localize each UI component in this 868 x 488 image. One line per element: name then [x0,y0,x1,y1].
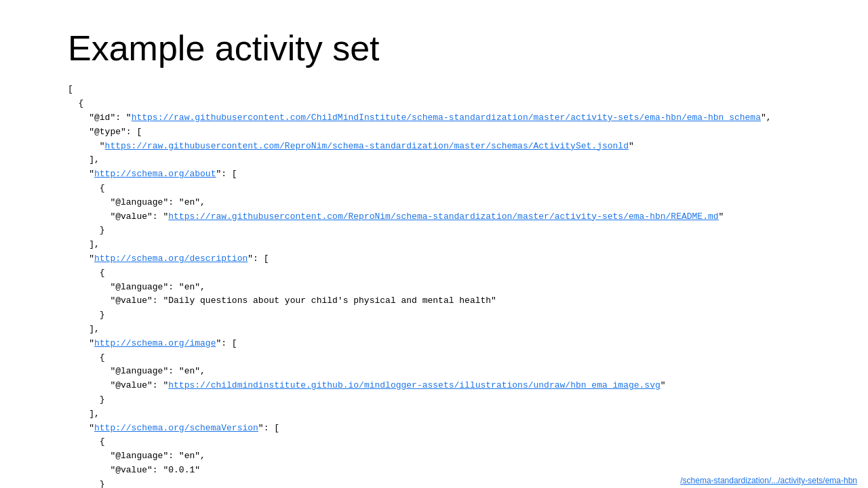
about-value-link[interactable]: https://raw.githubusercontent.com/ReproN… [168,211,718,222]
id-link[interactable]: https://raw.githubusercontent.com/ChildM… [132,113,761,123]
type-link[interactable]: https://raw.githubusercontent.com/ReproN… [105,141,629,151]
image-link[interactable]: http://schema.org/image [94,338,216,348]
schemaversion-link[interactable]: http://schema.org/schemaVersion [94,423,258,433]
json-block: [ { "@id": "https://raw.githubuserconten… [68,83,800,488]
bottom-bar-link[interactable]: /schema-standardization/.../activity-set… [669,473,868,488]
description-link[interactable]: http://schema.org/description [94,253,248,264]
about-link[interactable]: http://schema.org/about [94,169,216,179]
image-value-link[interactable]: https://childmindinstitute.github.io/min… [168,380,660,390]
page-title: Example activity set [68,27,800,69]
page-content: Example activity set [ { "@id": "https:/… [0,0,868,488]
